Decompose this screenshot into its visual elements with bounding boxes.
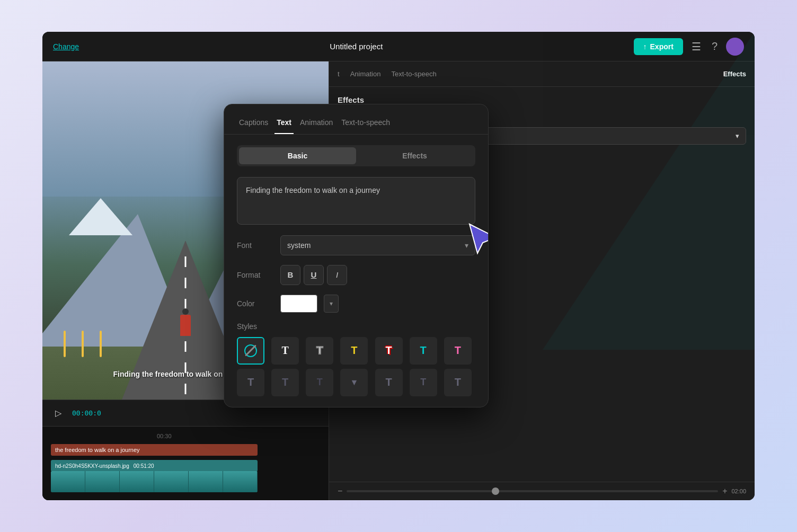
- thumb-seg: [223, 471, 258, 492]
- styles-label: Styles: [237, 322, 475, 331]
- zoom-slider[interactable]: [347, 490, 718, 492]
- basic-effects-toggle: Basic Effects: [237, 145, 475, 166]
- font-select[interactable]: system ▾: [280, 235, 475, 255]
- effects-toggle-btn[interactable]: Effects: [356, 147, 473, 164]
- zoom-in-icon[interactable]: +: [722, 486, 727, 496]
- zoom-thumb: [492, 487, 499, 495]
- modal-tabs: Captions Text Animation Text-to-speech: [224, 104, 488, 135]
- font-row: Font system ▾: [237, 235, 475, 255]
- style-bottom-3[interactable]: T: [306, 369, 333, 396]
- video-duration: 00:51:20: [134, 463, 154, 469]
- tab-animation[interactable]: Animation: [350, 68, 381, 80]
- project-title: Untitled project: [330, 42, 383, 51]
- timeline-marker: 00:30: [157, 433, 172, 439]
- modal-tab-text[interactable]: Text: [274, 115, 294, 134]
- timeline-ruler: 00:30: [42, 431, 329, 441]
- italic-button[interactable]: I: [327, 265, 347, 285]
- tab-t[interactable]: t: [338, 68, 340, 80]
- text-clip[interactable]: the freedom to walk on a journey: [51, 444, 258, 456]
- pole: [100, 331, 102, 357]
- right-panel-tabs: t Animation Text-to-speech Effects: [329, 61, 755, 87]
- color-label: Color: [237, 299, 274, 308]
- style-outlined[interactable]: T: [306, 337, 333, 365]
- editor-header: Change Untitled project Export ☰ ?: [42, 32, 755, 61]
- font-select-value: system: [287, 241, 311, 250]
- style-bottom-6[interactable]: T: [410, 369, 437, 396]
- mountain-snow: [69, 198, 132, 235]
- style-bottom-2[interactable]: T: [271, 369, 299, 396]
- color-picker[interactable]: [280, 295, 317, 313]
- thumb-seg: [120, 471, 154, 492]
- poles-left: [64, 331, 102, 357]
- style-yellow[interactable]: T: [340, 337, 368, 365]
- style-teal[interactable]: T: [410, 337, 437, 365]
- style-red-stroke[interactable]: T: [375, 337, 403, 365]
- video-clip[interactable]: hd-n2S0h4S5KXY-unsplash.jpg 00:51:20: [51, 460, 258, 472]
- styles-grid-row1: T T T T T T: [237, 337, 475, 365]
- text-modal: Captions Text Animation Text-to-speech B…: [224, 104, 489, 407]
- style-bottom-7[interactable]: T: [444, 369, 472, 396]
- modal-tab-animation[interactable]: Animation: [298, 115, 335, 134]
- header-right: Export ☰ ?: [634, 38, 744, 56]
- play-button[interactable]: ▷: [51, 406, 66, 421]
- person-figure: [180, 315, 191, 336]
- header-left: Change: [53, 42, 79, 51]
- format-row: Format B U I: [237, 265, 475, 285]
- svg-marker-1: [470, 224, 489, 253]
- modal-content: Basic Effects Finding the freedom to wal…: [224, 135, 488, 407]
- thumb-seg: [51, 471, 85, 492]
- format-controls: B U I: [280, 265, 347, 285]
- style-bottom-1[interactable]: T: [237, 369, 264, 396]
- style-bottom-5[interactable]: T: [375, 369, 403, 396]
- zoom-row: − + 02:00: [329, 482, 755, 500]
- thumb-seg: [85, 471, 120, 492]
- text-track: the freedom to walk on a journey: [42, 442, 329, 457]
- thumbnail-strip: [51, 471, 258, 492]
- change-link[interactable]: Change: [53, 42, 79, 51]
- font-label: Font: [237, 241, 274, 250]
- style-none[interactable]: [237, 337, 264, 365]
- zoom-out-icon[interactable]: −: [338, 486, 342, 496]
- font-dropdown-arrow-right: ▾: [736, 132, 739, 140]
- format-label: Format: [237, 271, 274, 279]
- bold-button[interactable]: B: [280, 265, 300, 285]
- pole: [64, 331, 66, 357]
- text-input-area[interactable]: Finding the freedom to walk on a journey: [237, 177, 475, 225]
- styles-grid-row2: T T T ▼ T T T: [237, 369, 475, 396]
- pole: [82, 331, 84, 357]
- timeline: 00:30 the freedom to walk on a journey h…: [42, 426, 329, 500]
- header-center: Untitled project: [79, 42, 633, 51]
- effects-title: Effects: [338, 95, 746, 104]
- tab-effects[interactable]: Effects: [723, 70, 746, 78]
- underline-button[interactable]: U: [304, 265, 324, 285]
- color-dropdown-btn[interactable]: ▾: [324, 295, 339, 313]
- menu-icon[interactable]: ☰: [689, 38, 703, 55]
- svg-point-2: [245, 345, 256, 357]
- timecode: 00:00:0: [72, 409, 101, 417]
- style-bottom-4[interactable]: ▼: [340, 369, 368, 396]
- modal-tab-captions[interactable]: Captions: [237, 115, 270, 134]
- help-icon[interactable]: ?: [710, 38, 720, 55]
- thumb-seg: [189, 471, 223, 492]
- tab-text-to-speech[interactable]: Text-to-speech: [391, 68, 436, 80]
- modal-tab-tts[interactable]: Text-to-speech: [339, 115, 392, 134]
- style-serif[interactable]: T: [271, 337, 299, 365]
- thumb-seg: [154, 471, 189, 492]
- timeline-time-marker: 02:00: [731, 488, 746, 494]
- avatar[interactable]: [726, 38, 744, 56]
- style-pink[interactable]: T: [444, 337, 472, 365]
- styles-section: Styles T T T T T T: [237, 322, 475, 396]
- export-button[interactable]: Export: [634, 38, 683, 55]
- thumbnail-track: [42, 474, 329, 489]
- basic-toggle-btn[interactable]: Basic: [239, 147, 356, 164]
- color-row: Color ▾: [237, 295, 475, 313]
- text-input-content: Finding the freedom to walk on a journey: [246, 185, 466, 196]
